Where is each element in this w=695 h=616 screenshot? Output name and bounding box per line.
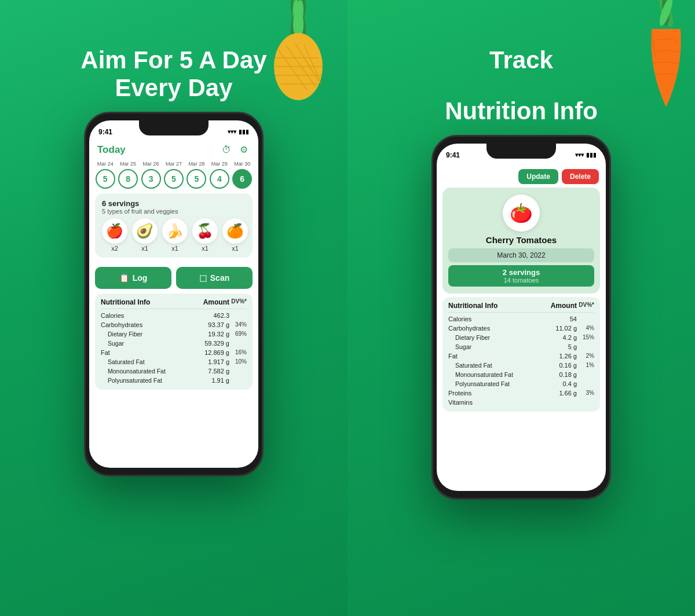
nutr-header-name: Nutritional Info [448,302,542,310]
date-strip[interactable]: Mar 24 5Mar 25 8Mar 26 3Mar 27 5Mar 28 5… [89,161,258,189]
wifi-icon: ▾▾▾ [228,129,236,135]
date-item[interactable]: Mar 29 4 [210,161,229,189]
nutr-dv: 2% [577,353,594,360]
battery-icon: ▮▮▮ [239,129,249,135]
nutrition-row: Fat 12.869 g 16% [101,348,247,357]
log-button[interactable]: 📋 Log [95,267,171,289]
nutr-dv: 34% [229,321,247,328]
nutrition-row: Carbohydrates 11.02 g 4% [448,324,594,333]
nutr-dv: 4% [577,325,594,332]
nutr-dv [577,399,594,406]
delete-button[interactable]: Delete [562,169,599,184]
date-circle[interactable]: 8 [118,169,138,189]
scan-button[interactable]: ⬚ Scan [176,267,253,289]
date-circle[interactable]: 6 [232,169,252,189]
date-label: Mar 30 [234,161,250,167]
date-item[interactable]: Mar 30 6 [232,161,252,189]
left-title-text: Aim For 5 A Day [81,46,266,74]
right-wifi-icon: ▾▾▾ [575,152,584,158]
date-label: Mar 25 [120,161,136,167]
right-panel: Track Nutrition Info 9:41 ▾▾▾ ▮▮▮ Update… [348,0,695,616]
nutr-amount: 0.4 g [542,380,577,387]
nutr-dv: 10% [229,358,247,365]
fruit-count: x2 [111,245,118,252]
right-nutrition-table: Nutritional Info Amount DV%* Calories 54… [442,297,600,412]
nutr-header-dv: DV%* [577,302,594,310]
tomato-emoji: 🍅 [510,202,533,224]
date-circle[interactable]: 5 [164,169,184,189]
pineapple-decoration [261,0,336,107]
tomato-servings-main: 2 servings [454,268,588,277]
right-battery-icon: ▮▮▮ [586,152,597,158]
left-phone-screen: 9:41 ▾▾▾ ▮▮▮ Today ⏱ ⚙ Mar 24 5Mar 25 8M… [89,120,258,468]
date-item[interactable]: Mar 27 5 [164,161,184,189]
nutr-name: Saturated Fat [101,358,195,365]
update-button[interactable]: Update [518,169,558,184]
status-time: 9:41 [98,128,112,136]
clock-icon[interactable]: ⏱ [220,144,233,156]
servings-title: 6 servings [102,199,246,208]
date-circle[interactable]: 5 [96,169,115,189]
nutr-name: Dietary Fiber [448,334,542,341]
nutr-amount: 1.917 g [195,358,229,365]
nutr-amount: 462.3 [195,312,229,319]
date-label: Mar 27 [166,161,182,167]
carrot-decoration [634,0,695,112]
left-nutrition-table: Nutritional Info Amount DV%* Calories 46… [95,294,253,390]
nutrition-row: Vitamins [448,398,594,407]
tomato-name: Cherry Tomatoes [486,235,557,245]
gear-icon[interactable]: ⚙ [237,144,250,156]
tomato-card: 🍅 Cherry Tomatoes March 30, 2022 2 servi… [442,188,600,294]
nutr-amount: 1.66 g [542,390,577,397]
left-title-line2: Every Day [81,74,266,102]
nutr-header-amount: Amount [542,302,577,310]
nutr-amount: 0.16 g [542,362,577,369]
nutrition-row: Monounsaturated Fat 0.18 g [448,370,594,379]
nutr-header-amount: Amount [195,298,229,306]
nutr-dv: 3% [577,390,594,397]
nutr-amount: 19.32 g [195,331,229,338]
date-circle[interactable]: 3 [141,169,161,189]
date-item[interactable]: Mar 28 5 [186,161,206,189]
fruit-row: 🍎 x2🥑 x1🍌 x1🍒 x1🍊 x1 [102,218,246,252]
nutrition-row: Saturated Fat 0.16 g 1% [448,361,594,370]
nutr-amount: 11.02 g [542,325,577,332]
date-item[interactable]: Mar 25 8 [118,161,138,189]
nutr-dv [577,343,594,350]
right-title-text: Track [445,46,598,74]
nutrition-row: Dietary Fiber 19.32 g 69% [101,329,247,339]
fruit-emoji: 🍊 [222,218,248,244]
nutrition-row: Fat 1.26 g 2% [448,351,594,361]
screen-header: Today ⏱ ⚙ [89,141,258,161]
date-circle[interactable]: 5 [186,169,206,189]
right-status-time: 9:41 [446,151,460,159]
status-icons: ▾▾▾ ▮▮▮ [228,129,249,135]
nutr-name: Vitamins [448,399,542,406]
date-item[interactable]: Mar 26 3 [141,161,161,189]
nutr-header-name: Nutritional Info [101,298,195,306]
left-phone: 9:41 ▾▾▾ ▮▮▮ Today ⏱ ⚙ Mar 24 5Mar 25 8M… [84,112,264,476]
notch [139,120,209,135]
nutr-name: Carbohydrates [101,321,195,328]
right-phone: 9:41 ▾▾▾ ▮▮▮ Update Delete 🍅 Cherry Toma… [431,135,611,500]
nutr-name: Calories [448,316,542,322]
nutrition-header: Nutritional Info Amount DV%* [448,302,594,313]
header-icons[interactable]: ⏱ ⚙ [220,144,250,156]
date-circle[interactable]: 4 [210,169,229,189]
nutrition-row: Saturated Fat 1.917 g 10% [101,357,247,366]
nutr-name: Monounsaturated Fat [101,368,195,375]
nutr-name: Sugar [448,343,542,350]
update-delete-row: Update Delete [437,164,606,188]
fruit-item: 🍎 x2 [102,218,127,252]
nutrition-row: Sugar 5 g [448,342,594,351]
nutr-header-dv: DV%* [229,298,247,306]
nutr-dv: 15% [577,334,594,341]
nutrition-header: Nutritional Info Amount DV%* [101,298,247,309]
date-item[interactable]: Mar 24 5 [96,161,115,189]
fruit-item: 🍌 x1 [162,218,188,252]
fruit-emoji: 🍎 [102,218,127,244]
right-title: Track Nutrition Info [445,23,598,126]
date-label: Mar 28 [188,161,204,167]
nutr-name: Carbohydrates [448,325,542,332]
scan-icon: ⬚ [199,273,207,283]
